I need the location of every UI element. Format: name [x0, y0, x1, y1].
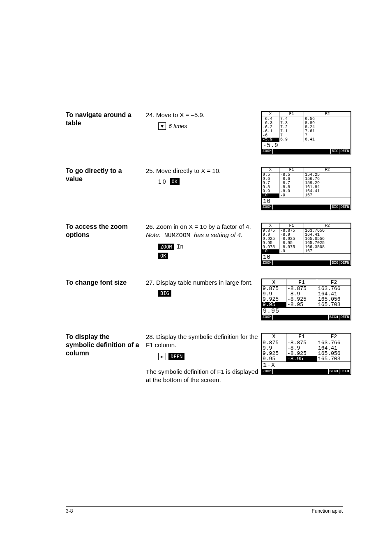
side-heading: To access the zoom options	[66, 223, 146, 239]
table-row: 9.8-8.8161.84	[262, 185, 350, 189]
section-navigate-table: To navigate around a table 24. Move to X…	[66, 111, 343, 154]
table-row: 9.975-8.975166.3508	[262, 245, 350, 249]
table-row: 9.875-8.875163.766	[262, 286, 350, 291]
calculator-screen: X F1 F2 9.875-8.875163.766 9.9-8.9164.41…	[261, 333, 351, 375]
ok-key[interactable]: OK	[158, 253, 168, 259]
table-row: 9.925-8.925165.0556	[262, 237, 350, 241]
entry-line: 1-X	[262, 362, 350, 369]
table-row: 9.9-8.9164.41	[262, 189, 350, 193]
softkey-zoom[interactable]: ZOOM	[262, 315, 273, 320]
section-go-directly: To go directly to a value 25. Move direc…	[66, 167, 343, 210]
down-arrow-key[interactable]: ▼	[158, 122, 166, 130]
table-row: 9.925-8.925165.056	[262, 297, 350, 302]
table-row: 9.9-8.9164.41	[262, 233, 350, 237]
softkey-big[interactable]: BIG	[331, 205, 339, 210]
big-key[interactable]: BIG	[158, 290, 171, 297]
defn-key[interactable]: DEFN	[168, 353, 184, 360]
table-row: 9.95-8.95165.703	[262, 302, 350, 307]
page-number: 3-8	[66, 508, 73, 514]
calculator-screen: X F1 F2 9.875-8.875163.7656 9.9-8.9164.4…	[261, 223, 351, 266]
menu-selection: In	[177, 244, 184, 250]
softkey-zoom[interactable]: ZOOM	[262, 369, 273, 374]
table-row: 10-9167	[262, 193, 350, 198]
table-row: -5.96.96.41	[262, 138, 350, 142]
softkey-menu: ZOOM BIG DEFN	[262, 149, 350, 154]
calculator-screen: X F1 F2 9.5-8.5154.25 9.6-8.6156.76 9.7-…	[261, 167, 351, 210]
table-row: -6.27.28.24	[262, 125, 350, 129]
softkey-zoom[interactable]: ZOOM	[262, 149, 273, 154]
table-row: -6.17.17.61	[262, 129, 350, 134]
instruction-text: 28. Display the symbolic definition for …	[146, 333, 261, 350]
ok-key[interactable]: OK	[170, 178, 180, 185]
calculator-screen: X F1 F2 -6.47.49.56 -6.37.38.89 -6.27.28…	[261, 111, 351, 154]
section-change-font: To change font size 27. Display table nu…	[66, 279, 343, 320]
softkey-big[interactable]: BIG∎	[329, 369, 340, 374]
key-hint: 6 times	[168, 123, 187, 129]
softkey-defn[interactable]: DEFN	[339, 149, 350, 154]
document-page: To navigate around a table 24. Move to X…	[0, 0, 392, 555]
section-symbolic-definition: To display the symbolic definition of a …	[66, 333, 343, 384]
entry-line: -5.9	[262, 142, 350, 149]
entry-line: 10	[262, 254, 350, 260]
table-row: 10-9167	[262, 249, 350, 253]
table-row: 9.925-8.925165.056	[262, 351, 350, 356]
softkey-big[interactable]: BIG∎	[329, 315, 340, 320]
table-row: 9.9-8.9164.41	[262, 291, 350, 297]
table-row: 9.6-8.6156.76	[262, 177, 350, 181]
table-row: 9.875-8.875163.766	[262, 340, 350, 345]
side-heading: To display the symbolic definition of a …	[66, 333, 146, 357]
table-header: X F1 F2	[262, 112, 350, 117]
table-row: 9.9-8.9164.41	[262, 345, 350, 351]
instruction-text: 25. Move directly to X = 10.	[146, 167, 261, 175]
chapter-title: Function aplet	[312, 508, 343, 514]
entry-line: 10	[262, 198, 350, 205]
table-row: 9.5-8.5154.25	[262, 173, 350, 177]
side-heading: To navigate around a table	[66, 111, 146, 127]
calculator-screen: X F1 F2 9.875-8.875163.766 9.9-8.9164.41…	[261, 279, 351, 320]
section-zoom-options: To access the zoom options 26. Zoom in o…	[66, 223, 343, 266]
page-footer: 3-8 Function aplet	[66, 506, 343, 514]
table-row: 9.95-8.95165.7025	[262, 241, 350, 245]
softkey-defn[interactable]: DEFN	[339, 260, 350, 265]
softkey-defn[interactable]: DEFN	[339, 315, 350, 320]
entry-line: 9.95	[262, 308, 350, 315]
instruction-text: 26. Zoom in on X = 10 by a factor of 4. …	[146, 223, 261, 240]
after-text: The symbolic definition of F1 is display…	[146, 368, 261, 385]
side-heading: To go directly to a value	[66, 167, 146, 183]
right-arrow-key[interactable]: ►	[158, 353, 166, 360]
table-row: 9.7-8.7159.29	[262, 181, 350, 185]
softkey-big[interactable]: BIG	[331, 260, 339, 265]
table-row: 9.875-8.875163.7656	[262, 229, 350, 233]
table-row: -677	[262, 134, 350, 138]
typed-value: 10	[158, 178, 167, 185]
table-row: -6.47.49.56	[262, 117, 350, 121]
instruction-text: 27. Display table numbers in large font.	[146, 279, 261, 287]
softkey-defn[interactable]: DEFN	[339, 205, 350, 210]
table-row: -6.37.38.89	[262, 121, 350, 125]
zoom-key[interactable]: ZOOM	[158, 244, 174, 250]
softkey-zoom[interactable]: ZOOM	[262, 205, 273, 210]
table-row: 9.95-8.95165.703	[262, 356, 350, 362]
softkey-big[interactable]: BIG	[331, 149, 339, 154]
softkey-defn[interactable]: DEF∎	[339, 369, 350, 374]
side-heading: To change font size	[66, 279, 146, 287]
instruction-text: 24. Move to X = –5.9.	[146, 111, 261, 119]
softkey-zoom[interactable]: ZOOM	[262, 260, 273, 265]
